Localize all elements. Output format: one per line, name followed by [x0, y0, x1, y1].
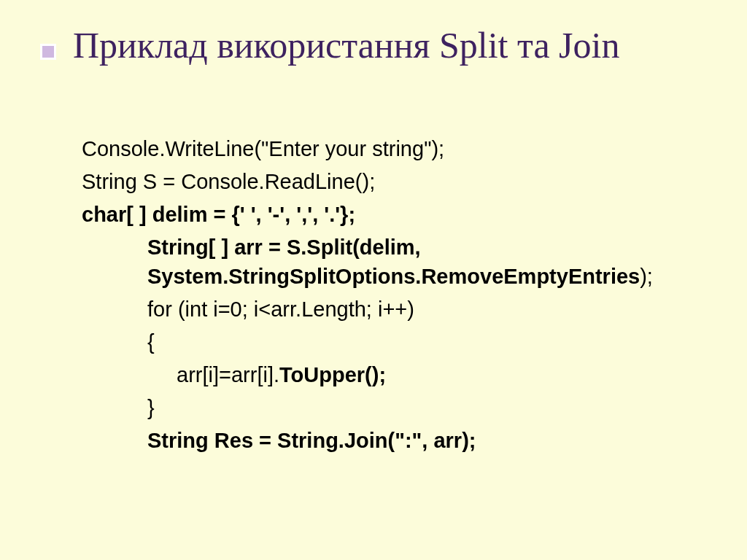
code-span: arr[i]=arr[i].: [177, 363, 279, 386]
code-line: arr[i]=arr[i].ToUpper();: [82, 361, 680, 389]
code-line: Console.WriteLine("Enter your string");: [82, 135, 680, 163]
code-span: );: [640, 265, 653, 288]
slide-body: Console.WriteLine("Enter your string"); …: [82, 135, 680, 459]
code-span: String[ ] arr = S.Split(delim, System.St…: [147, 236, 640, 287]
code-line: }: [82, 394, 680, 422]
slide: Приклад використання Split та Join Conso…: [0, 0, 747, 560]
title-bullet-icon: [40, 44, 56, 60]
code-line: for (int i=0; i<arr.Length; i++): [82, 295, 680, 324]
slide-title: Приклад використання Split та Join: [73, 25, 708, 67]
code-line: String[ ] arr = S.Split(delim, System.St…: [82, 233, 680, 290]
code-line: {: [82, 328, 680, 357]
code-span: ToUpper();: [279, 363, 386, 386]
code-line: String S = Console.ReadLine();: [82, 168, 680, 196]
code-line: String Res = String.Join(":", arr);: [82, 427, 680, 455]
code-line: char[ ] delim = {' ', '-', ',', '.'};: [82, 201, 680, 229]
